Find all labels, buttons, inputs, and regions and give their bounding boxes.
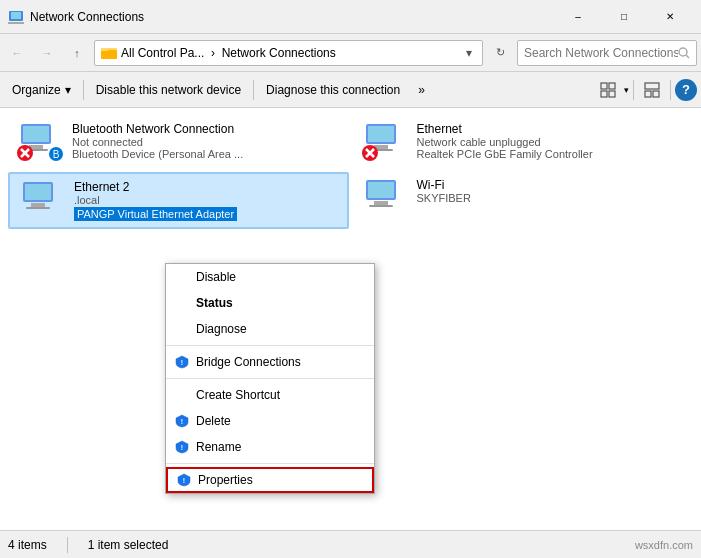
svg-rect-33 [31, 203, 45, 207]
title-bar: Network Connections – □ ✕ [0, 0, 701, 34]
svg-rect-16 [23, 126, 49, 142]
wifi-status: SKYFIBER [417, 192, 471, 204]
item-count: 4 items [8, 538, 47, 552]
ctx-delete[interactable]: ! Delete [166, 408, 374, 434]
bluetooth-adapter: Bluetooth Device (Personal Area ... [72, 148, 243, 160]
shield-icon-properties: ! [176, 472, 192, 488]
ctx-separator-1 [166, 345, 374, 346]
shield-icon-rename: ! [174, 439, 190, 455]
wifi-info: Wi-Fi SKYFIBER [417, 178, 471, 204]
ethernet-adapter: Realtek PCIe GbE Family Controller [417, 148, 593, 160]
selected-count: 1 item selected [88, 538, 169, 552]
change-view-button[interactable] [594, 77, 622, 103]
wifi-icon-wrapper [361, 178, 409, 218]
svg-rect-5 [101, 48, 108, 51]
error-badge-bluetooth [16, 144, 34, 162]
svg-point-6 [679, 48, 687, 56]
close-button[interactable]: ✕ [647, 0, 693, 34]
shield-icon-delete: ! [174, 413, 190, 429]
svg-rect-38 [369, 205, 393, 207]
svg-rect-9 [609, 83, 615, 89]
main-content: B Bluetooth Network Connection Not conne… [0, 108, 701, 530]
search-input[interactable] [524, 46, 678, 60]
network-item-wifi[interactable]: Wi-Fi SKYFIBER [353, 172, 694, 229]
ctx-diagnose[interactable]: Diagnose [166, 316, 374, 342]
wifi-name: Wi-Fi [417, 178, 471, 192]
svg-rect-4 [101, 50, 117, 59]
ctx-shortcut[interactable]: Create Shortcut [166, 382, 374, 408]
view-chevron[interactable]: ▾ [624, 85, 629, 95]
svg-rect-11 [609, 91, 615, 97]
ethernet2-computer-icon [18, 180, 58, 212]
organize-button[interactable]: Organize ▾ [4, 77, 79, 103]
wifi-computer-icon [361, 178, 401, 210]
svg-rect-34 [26, 207, 50, 209]
address-chevron[interactable]: ▾ [462, 44, 476, 62]
ctx-rename-label: Rename [196, 440, 241, 454]
layout-button[interactable] [638, 77, 666, 103]
minimize-button[interactable]: – [555, 0, 601, 34]
svg-rect-25 [368, 126, 394, 142]
bluetooth-status: Not connected [72, 136, 243, 148]
ctx-properties[interactable]: ! Properties [166, 467, 374, 493]
organize-chevron: ▾ [65, 83, 71, 97]
network-item-ethernet2[interactable]: Ethernet 2 .local PANGP Virtual Ethernet… [8, 172, 349, 229]
maximize-button[interactable]: □ [601, 0, 647, 34]
back-button[interactable]: ← [4, 40, 30, 66]
ctx-status[interactable]: Status [166, 290, 374, 316]
disable-network-button[interactable]: Disable this network device [88, 77, 249, 103]
ethernet2-info: Ethernet 2 .local PANGP Virtual Ethernet… [74, 180, 237, 221]
svg-text:!: ! [181, 444, 183, 451]
ctx-diagnose-label: Diagnose [196, 322, 247, 336]
svg-rect-8 [601, 83, 607, 89]
ethernet-status: Network cable unplugged [417, 136, 593, 148]
window-icon [8, 9, 24, 25]
ctx-separator-2 [166, 378, 374, 379]
address-folder-icon [101, 45, 117, 61]
toolbar-separator-1 [83, 80, 84, 100]
toolbar-right: ▾ ? [594, 77, 697, 103]
ctx-rename[interactable]: ! Rename [166, 434, 374, 460]
forward-button[interactable]: → [34, 40, 60, 66]
network-item-ethernet[interactable]: Ethernet Network cable unplugged Realtek… [353, 116, 694, 168]
toolbar-separator-2 [253, 80, 254, 100]
network-item-bluetooth[interactable]: B Bluetooth Network Connection Not conne… [8, 116, 349, 168]
ctx-disable[interactable]: Disable [166, 264, 374, 290]
toolbar-separator-4 [670, 80, 671, 100]
refresh-button[interactable]: ↻ [487, 40, 513, 66]
svg-rect-12 [645, 83, 659, 89]
help-button[interactable]: ? [675, 79, 697, 101]
context-menu: Disable Status Diagnose ! Bridge Connect… [165, 263, 375, 494]
address-bar: ← → ↑ All Control Pa... › Network Connec… [0, 34, 701, 72]
svg-rect-36 [368, 182, 394, 198]
svg-text:B: B [53, 149, 60, 160]
ctx-disable-label: Disable [196, 270, 236, 284]
toolbar-separator-3 [633, 80, 634, 100]
diagnose-button[interactable]: Diagnose this connection [258, 77, 408, 103]
ethernet-info: Ethernet Network cable unplugged Realtek… [417, 122, 593, 160]
svg-line-7 [686, 55, 689, 58]
ctx-separator-3 [166, 463, 374, 464]
status-bar: 4 items 1 item selected wsxdfn.com [0, 530, 701, 558]
ctx-bridge[interactable]: ! Bridge Connections [166, 349, 374, 375]
svg-rect-37 [374, 201, 388, 205]
svg-rect-2 [8, 22, 24, 24]
up-button[interactable]: ↑ [64, 40, 90, 66]
bluetooth-icon-wrapper: B [16, 122, 64, 162]
address-field[interactable]: All Control Pa... › Network Connections … [94, 40, 483, 66]
watermark: wsxdfn.com [635, 539, 693, 551]
svg-text:!: ! [181, 418, 183, 425]
window-title: Network Connections [30, 10, 555, 24]
ethernet-name: Ethernet [417, 122, 593, 136]
ethernet2-status: .local [74, 194, 237, 206]
ctx-shortcut-label: Create Shortcut [196, 388, 280, 402]
ctx-bridge-label: Bridge Connections [196, 355, 301, 369]
address-path: All Control Pa... › Network Connections [121, 46, 458, 60]
svg-text:!: ! [181, 359, 183, 366]
window-controls: – □ ✕ [555, 0, 693, 34]
more-button[interactable]: » [410, 77, 433, 103]
toolbar: Organize ▾ Disable this network device D… [0, 72, 701, 108]
ctx-status-label: Status [196, 296, 233, 310]
ethernet2-adapter-label: PANGP Virtual Ethernet Adapter [74, 207, 237, 221]
layout-icon [644, 82, 660, 98]
